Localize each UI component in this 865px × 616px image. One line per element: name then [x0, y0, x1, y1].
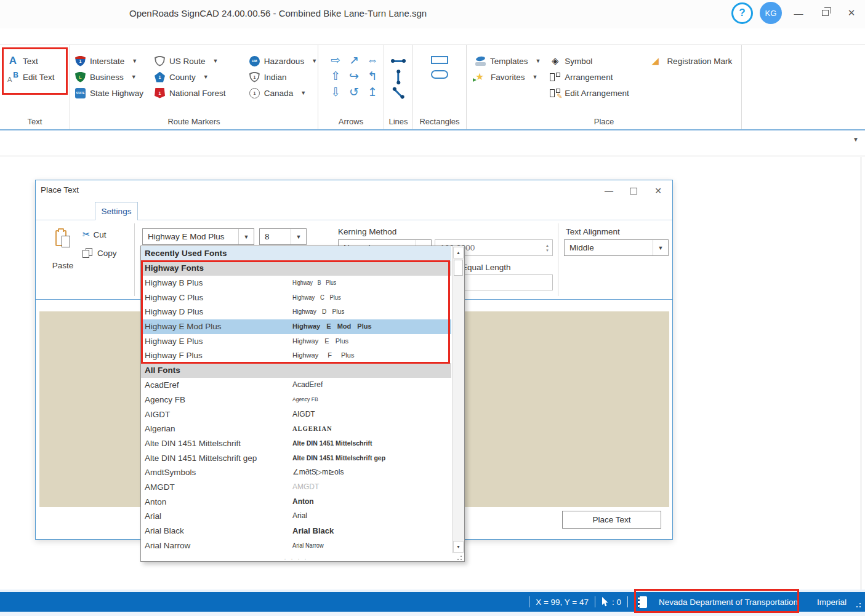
ribbon-options-chevron-icon[interactable]: ▼	[853, 136, 859, 143]
interstate-button[interactable]: 1 Interstate ▼	[75, 53, 155, 69]
combo-arrow-icon[interactable]: ▼	[653, 240, 668, 255]
chevron-down-icon[interactable]: ▼	[533, 74, 538, 80]
font-list-item-selected[interactable]: Highway E Mod Plus Highway E Mod Plus	[141, 319, 451, 334]
font-list-item[interactable]: Highway C Plus Highway C Plus	[141, 290, 451, 305]
close-button[interactable]: ✕	[842, 2, 861, 24]
diagonal-line-icon[interactable]	[391, 85, 406, 101]
templates-button[interactable]: Templates ▼	[475, 53, 550, 69]
font-list-item[interactable]: AcadEref AcadEref	[141, 378, 451, 393]
dropdown-scrollbar[interactable]: ▲ ▼	[452, 246, 464, 553]
arrow-down-icon[interactable]: ⇩	[326, 85, 345, 101]
font-name: Arial	[141, 509, 292, 524]
county-pentagon-icon: 1	[155, 72, 165, 82]
font-list-item[interactable]: Highway F Plus Highway F Plus	[141, 348, 451, 363]
help-icon[interactable]: ?	[731, 2, 753, 24]
font-list-item[interactable]: AmdtSymbols ∠mðtS▷m⊵ols	[141, 465, 451, 480]
font-preview: Highway B Plus	[292, 276, 336, 290]
arrow-t-intersection-icon[interactable]: ↥	[363, 85, 382, 101]
font-list-item[interactable]: Algerian ALGERIAN	[141, 422, 451, 436]
font-size-combo[interactable]: 8 ▼	[259, 228, 307, 245]
state-highway-button[interactable]: STATE State Highway	[75, 85, 155, 101]
us-route-button[interactable]: US Route ▼	[155, 53, 249, 69]
hazardous-button[interactable]: HM Hazardous ▼	[249, 53, 318, 69]
font-family-combo[interactable]: Highway E Mod Plus ▼	[142, 228, 254, 245]
font-list-item[interactable]: Highway D Plus Highway D Plus	[141, 305, 451, 319]
font-list-item[interactable]: Highway E Plus Highway E Plus	[141, 334, 451, 349]
edit-text-button[interactable]: A B Edit Text	[7, 69, 70, 85]
arrow-double-horizontal-icon[interactable]: ⇔	[363, 53, 382, 69]
vertical-line-icon[interactable]	[391, 69, 406, 85]
scroll-up-button[interactable]: ▲	[453, 247, 464, 258]
avatar[interactable]: KG	[760, 2, 782, 24]
spinner[interactable]: ▲ ▼	[542, 240, 552, 255]
ribbon-filler	[742, 45, 865, 129]
ribbon-group-arrows: ⇨ ↗ ⇔ ⇧ ↪ ↰ ⇩ ↺ ↥ Arrows	[318, 45, 384, 129]
units-indicator[interactable]: Imperial	[817, 598, 847, 607]
font-list-item[interactable]: AIGDT AIGDT	[141, 407, 451, 422]
rounded-rectangle-icon[interactable]	[431, 70, 448, 79]
font-list-item[interactable]: Anton Anton	[141, 495, 451, 510]
national-forest-icon: 1	[155, 88, 165, 98]
paste-button[interactable]: Paste	[47, 226, 79, 273]
national-forest-button[interactable]: 1 National Forest	[155, 85, 249, 101]
spin-down-icon[interactable]: ▼	[545, 249, 549, 252]
arrow-u-turn-icon[interactable]: ↺	[345, 85, 363, 101]
arrow-turn-left-icon[interactable]: ↰	[363, 69, 382, 85]
status-resize-grip-icon[interactable]	[855, 601, 861, 607]
indian-button[interactable]: 1 Indian	[249, 69, 318, 85]
horizontal-line-icon[interactable]	[391, 53, 406, 69]
restore-button[interactable]	[815, 2, 835, 24]
font-name: AmdtSymbols	[141, 465, 292, 480]
close-icon: ✕	[654, 186, 662, 196]
rectangle-icon[interactable]	[431, 56, 448, 64]
dialog-minimize-button[interactable]: —	[601, 184, 617, 198]
chevron-down-icon[interactable]: ▼	[131, 74, 137, 80]
place-text-button[interactable]: Place Text	[562, 511, 661, 529]
edit-arrangement-button[interactable]: ✎ Edit Arrangement	[550, 85, 651, 101]
registration-mark-button[interactable]: ◢ Registration Mark	[651, 53, 741, 69]
spin-up-icon[interactable]: ▲	[545, 244, 549, 247]
arrangement-button[interactable]: Arrangement	[550, 69, 651, 85]
chevron-down-icon[interactable]: ▼	[536, 58, 541, 64]
chevron-down-icon[interactable]: ▼	[132, 58, 137, 64]
chevron-down-icon[interactable]: ▼	[300, 90, 306, 96]
text-alignment-combo[interactable]: Middle ▼	[564, 239, 669, 256]
arrow-turn-right-icon[interactable]: ↪	[345, 69, 363, 85]
font-preview: Agency FB	[292, 393, 318, 407]
font-list-item[interactable]: Arial Narrow Arial Narrow	[141, 538, 451, 553]
font-list-item[interactable]: Alte DIN 1451 Mittelschrift gep Alte DIN…	[141, 451, 451, 466]
font-name: AcadEref	[141, 378, 292, 393]
chevron-down-icon[interactable]: ▼	[312, 58, 317, 64]
font-list-item[interactable]: Alte DIN 1451 Mittelschrift Alte DIN 145…	[141, 436, 451, 451]
scrollbar-thumb[interactable]	[454, 260, 463, 276]
combo-arrow-icon[interactable]: ▼	[238, 229, 254, 244]
chevron-down-icon[interactable]: ▼	[213, 58, 219, 64]
minimize-button[interactable]: —	[789, 2, 808, 24]
font-list-item[interactable]: Highway B Plus Highway B Plus	[141, 276, 451, 290]
font-list-item[interactable]: Arial Black Arial Black	[141, 524, 451, 538]
font-list-item[interactable]: AMGDT AMGDT	[141, 480, 451, 495]
font-list-item[interactable]: Agency FB Agency FB	[141, 393, 451, 407]
chevron-down-icon[interactable]: ▼	[203, 74, 209, 80]
notebook-icon[interactable]	[638, 596, 647, 608]
arrow-up-icon[interactable]: ⇧	[326, 69, 345, 85]
combo-arrow-icon[interactable]: ▼	[291, 229, 306, 244]
county-button[interactable]: 1 County ▼	[155, 69, 249, 85]
font-preview: Highway E Mod Plus	[292, 319, 372, 334]
resize-grip-icon[interactable]	[457, 554, 462, 560]
close-icon: ✕	[848, 7, 856, 18]
favorites-button[interactable]: ★ Favorites ▼	[475, 69, 550, 85]
dialog-maximize-button[interactable]	[626, 184, 642, 198]
symbol-button[interactable]: ◈ Symbol	[550, 53, 651, 69]
font-list-item[interactable]: Arial Arial	[141, 509, 451, 524]
scroll-down-button[interactable]: ▼	[453, 541, 464, 553]
canada-button[interactable]: 1 Canada ▼	[249, 85, 318, 101]
arrow-right-icon[interactable]: ⇨	[326, 53, 345, 69]
arrow-curve-right-icon[interactable]: ↗	[345, 53, 363, 69]
tab-settings[interactable]: Settings	[95, 202, 138, 220]
text-button[interactable]: A Text	[7, 53, 70, 69]
dialog-close-button[interactable]: ✕	[650, 184, 666, 198]
cut-button[interactable]: ✂ Cut	[82, 227, 107, 242]
copy-button[interactable]: Copy	[82, 246, 117, 260]
business-button[interactable]: L Business ▼	[75, 69, 155, 85]
